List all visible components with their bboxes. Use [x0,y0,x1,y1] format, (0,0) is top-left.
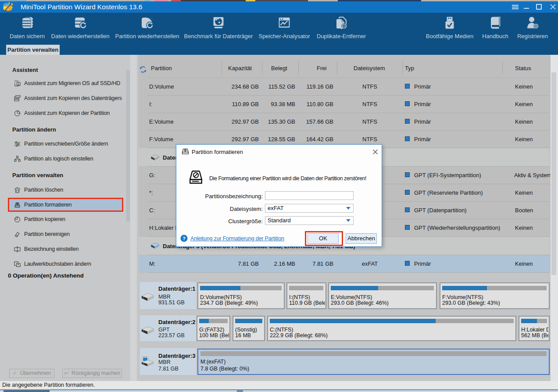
svg-text:?: ? [182,236,186,241]
